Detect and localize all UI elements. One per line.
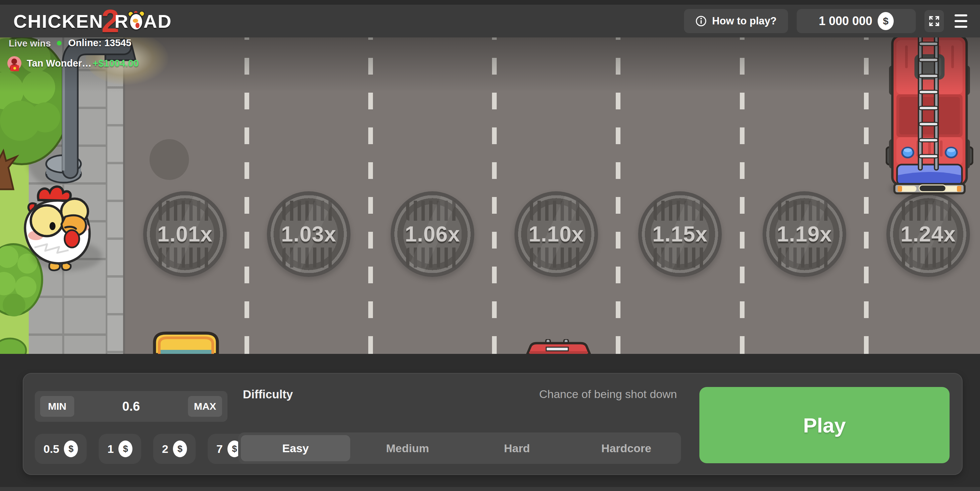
manhole-multiplier: 1.10x <box>514 191 598 277</box>
how-to-play-label: How to play? <box>712 15 776 27</box>
quick-bet-0.5-button[interactable]: 0.5 $ <box>35 434 87 464</box>
top-strip <box>0 0 980 5</box>
bush-small-icon <box>0 337 27 354</box>
multiplier-label: 1.10x <box>514 191 598 277</box>
tab-easy[interactable]: Easy <box>241 435 350 461</box>
avatar <box>7 56 21 70</box>
game-logo: CHICKEN 2 R AD <box>13 5 172 37</box>
multiplier-label: 1.15x <box>638 191 722 277</box>
bet-min-button[interactable]: MIN <box>40 396 74 417</box>
balance-display[interactable]: 1 000 000 $ <box>797 9 916 33</box>
tab-hard[interactable]: Hard <box>462 432 572 464</box>
quick-bet-1-button[interactable]: 1 $ <box>99 434 141 464</box>
currency-coin-icon: $ <box>878 12 894 30</box>
fire-truck-icon <box>886 35 973 196</box>
balance-value: 1 000 000 <box>819 14 872 28</box>
difficulty-label: Difficulty <box>243 388 293 401</box>
bet-amount-value[interactable]: 0.6 <box>123 399 140 414</box>
control-panel: MIN 0.6 MAX 0.5 $ 1 $ 2 $ 7 <box>23 373 963 475</box>
logo-text-oad: AD <box>143 10 172 32</box>
logo-chicken-head-icon <box>127 11 145 32</box>
multiplier-label: 1.01x <box>143 191 227 277</box>
bottom-bar: MIN 0.6 MAX 0.5 $ 1 $ 2 $ 7 <box>0 354 980 491</box>
online-status-dot <box>57 41 62 46</box>
quick-bet-row: 0.5 $ 1 $ 2 $ 7 $ <box>35 434 250 464</box>
lane-divider <box>368 33 373 354</box>
live-wins-label: Live wins <box>9 38 51 49</box>
currency-coin-icon: $ <box>64 440 78 457</box>
manhole-multiplier: 1.19x <box>763 191 846 277</box>
tab-hardcore[interactable]: Hardcore <box>572 432 681 464</box>
multiplier-label: 1.06x <box>391 191 474 277</box>
bet-max-button[interactable]: MAX <box>188 396 222 417</box>
manhole-multiplier: 1.15x <box>638 191 722 277</box>
red-truck-rear-icon <box>525 339 592 354</box>
yellow-car-icon <box>151 331 221 354</box>
currency-coin-icon: $ <box>118 440 132 457</box>
logo-text-chicken: CHICKEN <box>13 10 103 32</box>
chicken-character <box>15 184 95 272</box>
tab-medium[interactable]: Medium <box>353 432 462 464</box>
quick-bet-2-button[interactable]: 2 $ <box>153 434 196 464</box>
bet-amount-box: MIN 0.6 MAX <box>35 391 228 422</box>
play-button[interactable]: Play <box>699 387 950 463</box>
lane-divider <box>492 33 497 354</box>
info-icon <box>695 15 707 27</box>
top-bar: CHICKEN 2 R AD How to play? <box>0 5 980 37</box>
flag-badge <box>10 65 19 71</box>
manhole-multiplier: 1.01x <box>143 191 227 277</box>
lane-divider <box>740 33 745 354</box>
street-lamp-icon <box>43 32 140 189</box>
manhole-multiplier: 1.24x <box>886 191 970 277</box>
win-amount: +$1004.00 <box>93 58 139 69</box>
lane-divider <box>245 33 249 354</box>
difficulty-tabs: Easy Medium Hard Hardcore <box>238 432 681 464</box>
currency-coin-icon: $ <box>173 440 187 457</box>
manhole-multiplier: 1.03x <box>267 191 350 277</box>
top-bar-controls: How to play? 1 000 000 $ <box>684 5 969 37</box>
fullscreen-button[interactable] <box>924 10 944 32</box>
menu-button[interactable] <box>953 13 969 30</box>
lane-divider <box>864 33 869 354</box>
logo-text-r: R <box>115 10 129 32</box>
lane-divider <box>616 33 620 354</box>
online-count: Online: 13545 <box>68 37 132 49</box>
multiplier-label: 1.03x <box>267 191 350 277</box>
multiplier-label: 1.19x <box>763 191 846 277</box>
multiplier-label: 1.24x <box>886 191 970 277</box>
winner-username: Tan Wonder… <box>27 58 85 69</box>
menu-icon <box>955 14 967 16</box>
fullscreen-icon <box>928 15 940 27</box>
how-to-play-button[interactable]: How to play? <box>684 9 788 33</box>
manhole-multiplier: 1.06x <box>391 191 474 277</box>
game-screen: 1.01x 1.03x 1.06x 1.10x 1.15x 1.19x 1.24… <box>0 0 980 491</box>
chance-label: Chance of being shot down <box>539 388 677 401</box>
road-stain <box>150 139 189 180</box>
live-win-entry: Tan Wonder… +$1004.00 <box>7 56 139 70</box>
